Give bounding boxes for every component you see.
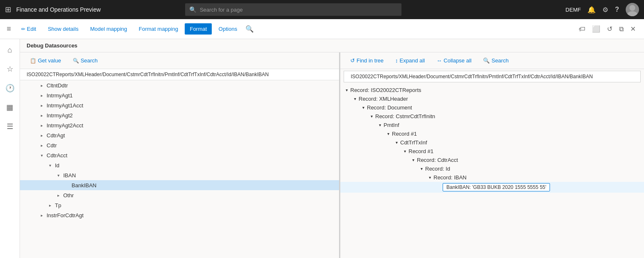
r-node-cdtracct[interactable]: ▾ Record: CdtrAcct [340, 156, 644, 164]
tree-node-iban[interactable]: ▾ IBAN [20, 170, 339, 180]
tree-node-instrforcdtragt[interactable]: ▸ InstrForCdtrAgt [20, 210, 339, 220]
pop-out-icon[interactable]: ⧉ [617, 24, 625, 35]
options-button[interactable]: Options [213, 23, 242, 35]
format-button[interactable]: Format [185, 23, 212, 35]
tree-node-cdtr[interactable]: ▸ Cdtr [20, 140, 339, 150]
show-details-button[interactable]: Show details [43, 23, 84, 35]
global-search-bar[interactable]: 🔍 [185, 3, 401, 16]
close-icon[interactable]: ✕ [629, 23, 637, 35]
r-node-xmlheader[interactable]: ▾ Record: XMLHeader [340, 94, 644, 103]
tree-node-cdtragt[interactable]: ▸ CdtrAgt [20, 130, 339, 140]
format-mapping-button[interactable]: Format mapping [134, 23, 183, 35]
top-bar: ⊞ Finance and Operations Preview 🔍 DEMF … [0, 0, 644, 19]
left-search-button[interactable]: 🔍 Search [69, 56, 101, 65]
edit-button[interactable]: ✏ Edit [16, 23, 41, 35]
collapse-icon: ▾ [369, 114, 374, 119]
expand-icon: ▸ [38, 112, 45, 119]
hamburger-icon[interactable]: ≡ [7, 25, 11, 33]
tree-node-othr[interactable]: ▸ Othr [20, 190, 339, 200]
search-icon: 🔍 [189, 6, 196, 13]
recent-icon[interactable]: 🕐 [2, 80, 18, 96]
collapse-icon: ▾ [360, 105, 366, 111]
svg-point-1 [627, 11, 637, 16]
sec-bar-right: 🏷 ⬜ ↺ ⧉ ✕ [577, 23, 637, 35]
collapse-all-button[interactable]: ↔ Collapse all [433, 56, 475, 65]
pencil-icon: ✏ [21, 26, 25, 32]
r-node-iban[interactable]: ▾ Record: IBAN [340, 173, 644, 182]
r-node-iso20022[interactable]: ▾ Record: ISO20022CTReports [340, 86, 644, 94]
grid-icon[interactable]: ⊞ [5, 5, 11, 14]
right-panel: ↺ Find in tree ↕ Expand all ↔ Collapse a… [340, 52, 644, 258]
left-tree-area[interactable]: ▸ CltntDdtr ▸ IntrmyAgt1 ▸ IntrmyAgt1Acc… [20, 80, 339, 258]
list-icon[interactable]: ☰ [3, 119, 17, 134]
side-by-side-icon[interactable]: ⬜ [590, 23, 602, 35]
expand-icon: ▸ [55, 192, 62, 198]
model-mapping-button[interactable]: Model mapping [85, 23, 132, 35]
r-node-bankiban-value[interactable]: BankIBAN: 'GB33 BUKB 2020 1555 5555 55' [340, 182, 644, 193]
tree-node-intrmy2acct[interactable]: ▸ IntrmyAgt2Acct [20, 120, 339, 130]
collapse-icon: ▾ [352, 96, 358, 102]
tree-node-intrmy1acct[interactable]: ▸ IntrmyAgt1Acct [20, 100, 339, 110]
r-node-document[interactable]: ▾ Record: Document [340, 103, 644, 112]
get-value-icon: 📋 [30, 58, 36, 64]
r-node-record1[interactable]: ▾ Record #1 [340, 129, 644, 138]
collapse-all-icon: ↔ [436, 57, 442, 64]
search-input[interactable] [200, 7, 397, 13]
expand-icon: ▸ [38, 212, 45, 218]
collapse-icon: ▾ [377, 122, 383, 128]
collapse-icon: ▾ [385, 131, 391, 137]
r-node-pmtinf[interactable]: ▾ PmtInf [340, 121, 644, 129]
expand-all-icon: ↕ [395, 57, 398, 64]
right-search-button[interactable]: 🔍 Search [480, 56, 512, 65]
leaf-icon [63, 182, 70, 189]
right-search-icon: 🔍 [483, 57, 490, 64]
modules-icon[interactable]: ▦ [3, 99, 17, 115]
home-icon[interactable]: ⌂ [4, 42, 15, 58]
collapse-icon: ▾ [410, 157, 416, 163]
left-path-bar[interactable]: ISO20022CTReports/XMLHeader/Document/Cst… [20, 69, 339, 80]
expand-icon: ▸ [38, 142, 45, 149]
collapse-icon: ▾ [344, 87, 349, 93]
tree-node-cdtracct[interactable]: ▾ CdtrAcct [20, 150, 339, 160]
top-bar-right: DEMF 🔔 ⚙ ? [565, 3, 639, 16]
expand-icon: ▸ [38, 122, 45, 129]
left-sidebar: ⌂ ☆ 🕐 ▦ ☰ [0, 39, 20, 258]
expand-all-button[interactable]: ↕ Expand all [392, 56, 428, 65]
find-in-tree-button[interactable]: ↺ Find in tree [347, 56, 387, 65]
get-value-button[interactable]: 📋 Get value [27, 56, 64, 65]
tree-node-id[interactable]: ▾ Id [20, 160, 339, 170]
right-path-bar[interactable]: ISO20022CTReports/XMLHeader/Document/Cst… [344, 71, 641, 82]
collapse-icon: ▾ [38, 152, 45, 159]
user-label: DEMF [565, 7, 581, 13]
bankiban-value-box: BankIBAN: 'GB33 BUKB 2020 1555 5555 55' [443, 183, 550, 191]
favorites-icon[interactable]: ☆ [3, 61, 17, 77]
tag-icon[interactable]: 🏷 [577, 24, 587, 35]
r-node-cdttrftxinf[interactable]: ▾ CdtTrfTxInf [340, 138, 644, 147]
gear-icon[interactable]: ⚙ [602, 6, 608, 14]
panels: 📋 Get value 🔍 Search ISO20022CTReports/X… [20, 52, 644, 258]
right-tree-area[interactable]: ▾ Record: ISO20022CTReports ▾ Record: XM… [340, 84, 644, 258]
expand-icon: ▸ [38, 132, 45, 139]
tree-node-cltntddtr[interactable]: ▸ CltntDdtr [20, 80, 339, 90]
left-search-icon: 🔍 [73, 58, 79, 64]
collapse-icon: ▾ [427, 175, 433, 181]
tree-node-tp[interactable]: ▸ Tp [20, 200, 339, 210]
collapse-icon: ▾ [419, 166, 424, 172]
bell-icon[interactable]: 🔔 [587, 6, 596, 14]
collapse-icon: ▾ [47, 162, 53, 169]
tree-node-intrmy2[interactable]: ▸ IntrmyAgt2 [20, 110, 339, 120]
right-panel-toolbar: ↺ Find in tree ↕ Expand all ↔ Collapse a… [340, 52, 644, 69]
refresh-icon[interactable]: ↺ [605, 23, 614, 35]
expand-icon: ▸ [38, 102, 45, 109]
help-icon[interactable]: ? [615, 6, 619, 13]
collapse-icon: ▾ [394, 140, 399, 146]
avatar[interactable] [626, 3, 639, 16]
search-small-icon[interactable]: 🔍 [245, 25, 254, 33]
r-node-cstmr[interactable]: ▾ Record: CstmrCdtTrfInitn [340, 112, 644, 121]
secondary-nav: ≡ ✏ Edit Show details Model mapping Form… [0, 19, 644, 39]
r-node-record1-2[interactable]: ▾ Record #1 [340, 147, 644, 156]
r-node-id[interactable]: ▾ Record: Id [340, 164, 644, 173]
tree-node-intrmy1[interactable]: ▸ IntrmyAgt1 [20, 90, 339, 100]
leaf-spacer [435, 184, 441, 190]
tree-node-bankiban[interactable]: BankIBAN [20, 180, 339, 190]
